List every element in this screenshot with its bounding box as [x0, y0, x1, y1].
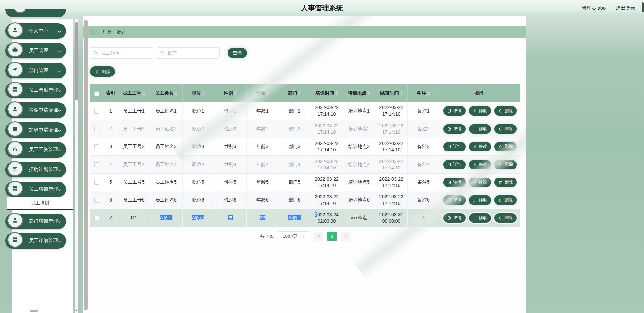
page-scrollbar-thumb[interactable] — [642, 2, 644, 12]
sidebar-item-partial[interactable] — [5, 9, 66, 17]
sidebar-scrollbar[interactable]: ▼ — [75, 19, 78, 313]
row-detail-button[interactable]: 详情 — [443, 142, 466, 151]
select-all-checkbox[interactable] — [94, 91, 99, 96]
sidebar-subitem-employee-training[interactable]: 员工培训 — [7, 197, 73, 210]
column-header-age[interactable]: 年龄 — [246, 84, 279, 102]
column-header-employee-name[interactable]: 员工姓名 — [150, 84, 182, 102]
sidebar-item-department-mgmt[interactable]: 部门管理 — [5, 63, 66, 78]
row-edit-button[interactable]: 修改 — [469, 142, 491, 151]
row-detail-button[interactable]: 详情 — [443, 178, 466, 187]
page-size-select[interactable]: 10条/页 ∨ — [278, 231, 310, 241]
logout-link[interactable]: 退出登录 — [616, 5, 635, 11]
next-page-button[interactable]: > — [341, 232, 350, 241]
row-detail-button[interactable]: 详情 — [443, 195, 466, 205]
department-input[interactable] — [157, 47, 220, 59]
document-icon — [447, 145, 451, 149]
user-icon — [7, 101, 23, 117]
table-cell: 备注1 — [407, 102, 440, 120]
row-delete-button[interactable]: 删除 — [494, 178, 517, 187]
sort-caret-icon[interactable] — [298, 91, 301, 95]
column-header-employee-id[interactable]: 员工工号 — [118, 84, 150, 102]
row-delete-button[interactable]: 删除 — [494, 213, 517, 223]
row-detail-button[interactable]: 详情 — [443, 213, 466, 223]
sidebar-item-employee-mgmt[interactable]: 员工管理 — [5, 43, 66, 58]
row-edit-button[interactable]: 修改 — [469, 195, 491, 205]
document-icon — [447, 109, 451, 113]
sidebar-item-recruit-plan-mgmt[interactable]: 招聘计划管理 — [5, 162, 66, 177]
row-index-cell: 1 — [104, 102, 118, 120]
sidebar-item-overtime-request-mgmt[interactable]: 加班申请管理 — [5, 122, 66, 138]
row-checkbox[interactable] — [94, 109, 99, 114]
bulk-delete-button[interactable]: 删除 — [90, 66, 115, 77]
sidebar-partial-icon — [13, 9, 27, 13]
prev-page-button[interactable]: < — [314, 232, 323, 241]
sort-caret-icon[interactable] — [143, 91, 145, 95]
sort-caret-icon[interactable] — [267, 91, 269, 95]
row-checkbox[interactable] — [94, 180, 99, 185]
scroll-down-arrow-icon[interactable]: ▼ — [75, 308, 78, 312]
chevron-down-icon — [57, 187, 62, 193]
sidebar-item-salary-mgmt[interactable]: 员工工资管理 — [5, 142, 66, 158]
column-header-remark[interactable]: 备注 — [407, 84, 440, 102]
table-row: 3员工工号3员工姓名3职位3性别3年龄3部门32022-03-2217:14:1… — [90, 138, 520, 155]
table-cell: A职位 — [182, 209, 214, 227]
column-header-gender[interactable]: 性别 — [214, 84, 246, 102]
sidebar-item-attendance-mgmt[interactable]: 员工考勤管理 — [5, 83, 66, 98]
row-detail-button[interactable]: 详情 — [443, 124, 466, 134]
employee-name-input[interactable] — [90, 47, 153, 59]
column-header-end-time[interactable]: 结束时间 — [375, 84, 407, 102]
breadcrumb-home-link[interactable]: 首页 — [90, 29, 99, 35]
sort-caret-icon[interactable] — [234, 91, 237, 95]
page-number-current[interactable]: 1 — [327, 232, 337, 241]
sidebar-item-personal-center[interactable]: 个人中心 — [5, 23, 66, 39]
search-button[interactable]: 查询 — [228, 48, 247, 58]
row-checkbox[interactable] — [94, 144, 99, 149]
trash-icon — [498, 109, 502, 113]
row-checkbox[interactable] — [94, 216, 99, 220]
sort-caret-icon[interactable] — [400, 91, 403, 95]
column-header-index[interactable]: 索引 — [104, 84, 118, 102]
row-delete-button[interactable]: 删除 — [494, 195, 517, 205]
sidebar-scrollbar-thumb[interactable] — [75, 22, 78, 100]
column-header-position[interactable]: 职位 — [182, 84, 214, 102]
table-cell: 员工工号1 — [118, 102, 150, 120]
trash-icon — [498, 145, 502, 149]
sort-caret-icon[interactable] — [428, 91, 430, 95]
pen-icon — [473, 216, 477, 220]
row-edit-button[interactable]: 修改 — [469, 106, 491, 116]
sidebar-item-employee-detail-mgmt[interactable]: 员工详细管理 — [5, 233, 66, 249]
row-checkbox[interactable] — [94, 127, 99, 131]
row-detail-button[interactable]: 详情 — [443, 160, 466, 169]
column-header-training-place[interactable]: 培训地点 — [343, 84, 375, 102]
table-cell: 员工工号3 — [118, 138, 150, 155]
row-checkbox[interactable] — [94, 198, 99, 203]
row-detail-button[interactable]: 详情 — [443, 106, 466, 116]
sort-caret-icon[interactable] — [202, 91, 205, 95]
sidebar-hscrollbar-thumb[interactable] — [30, 310, 38, 312]
row-edit-button[interactable]: 修改 — [469, 178, 491, 187]
sort-caret-icon[interactable] — [175, 91, 177, 95]
row-edit-button[interactable]: 修改 — [469, 213, 491, 223]
sidebar-item-department-training-mgmt[interactable]: 部门培训管理 — [5, 214, 66, 229]
page-scrollbar[interactable] — [641, 0, 644, 313]
table-cell: 2022-03-2217:14:10 — [375, 102, 407, 120]
table-cell: 培训地点3 — [343, 138, 375, 155]
row-edit-button[interactable]: 修改 — [469, 160, 491, 169]
sort-caret-icon[interactable] — [368, 91, 370, 95]
sort-caret-icon[interactable] — [335, 91, 338, 95]
content-scrollbar-thumb[interactable] — [84, 20, 88, 310]
column-header-department[interactable]: 部门 — [279, 84, 311, 102]
row-delete-button[interactable]: 删除 — [494, 106, 517, 116]
list-icon — [7, 161, 23, 176]
row-delete-button[interactable]: 删除 — [494, 142, 517, 151]
table-cell: A部门 — [279, 209, 311, 227]
column-header-training-time[interactable]: 培训时间 — [311, 84, 343, 102]
row-edit-button[interactable]: 修改 — [469, 124, 491, 134]
sidebar-item-employee-training-mgmt[interactable]: 员工培训管理 — [5, 182, 66, 197]
row-delete-button[interactable]: 删除 — [494, 160, 517, 169]
column-header-operation: 操作 — [440, 84, 520, 102]
row-checkbox[interactable] — [94, 162, 99, 167]
row-delete-button[interactable]: 删除 — [494, 124, 517, 134]
sidebar-item-leave-request-mgmt[interactable]: 请假申请管理 — [5, 102, 66, 118]
row-actions-cell: 详情修改删除 — [440, 191, 520, 209]
